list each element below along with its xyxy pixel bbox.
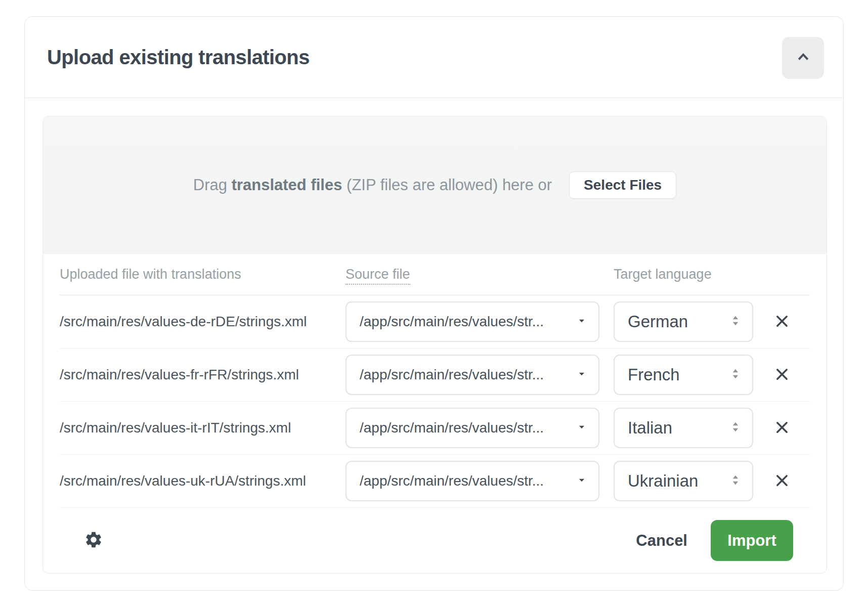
upload-panel: Drag translated files (ZIP files are all… <box>42 116 827 574</box>
chevron-up-icon <box>796 50 811 66</box>
target-language-value: German <box>628 312 688 331</box>
import-button[interactable]: Import <box>711 520 793 561</box>
dropzone-text: Drag translated files (ZIP files are all… <box>193 176 552 194</box>
file-dropzone[interactable]: Drag translated files (ZIP files are all… <box>43 116 827 254</box>
up-down-caret-icon <box>729 471 742 491</box>
uploaded-file-path: /src/main/res/values-fr-rFR/strings.xml <box>60 367 345 383</box>
table-row: /src/main/res/values-de-rDE/strings.xml … <box>60 295 810 349</box>
caret-down-icon <box>576 420 587 436</box>
caret-down-icon <box>576 314 587 330</box>
remove-row-button[interactable] <box>768 361 796 388</box>
page-title: Upload existing translations <box>47 46 310 69</box>
target-language-value: French <box>628 365 680 384</box>
target-language-select[interactable]: Ukrainian <box>614 461 753 501</box>
source-file-value: /app/src/main/res/values/str... <box>360 314 544 330</box>
translations-table: Uploaded file with translations Source f… <box>43 254 827 573</box>
column-header-uploaded-file: Uploaded file with translations <box>60 267 345 282</box>
up-down-caret-icon <box>729 365 742 384</box>
source-file-value: /app/src/main/res/values/str... <box>360 420 544 436</box>
target-language-select[interactable]: German <box>614 301 753 342</box>
source-file-select[interactable]: /app/src/main/res/values/str... <box>345 461 599 501</box>
dialog-header: Upload existing translations <box>25 17 843 98</box>
target-language-value: Ukrainian <box>628 471 698 491</box>
column-header-source-file: Source file <box>345 267 614 282</box>
cancel-button[interactable]: Cancel <box>626 527 698 555</box>
upload-translations-dialog: Upload existing translations Drag transl… <box>24 16 844 591</box>
x-icon <box>773 472 791 491</box>
table-row: /src/main/res/values-fr-rFR/strings.xml … <box>60 349 810 402</box>
x-icon <box>773 419 791 438</box>
source-file-select[interactable]: /app/src/main/res/values/str... <box>345 301 599 342</box>
x-icon <box>773 313 791 331</box>
source-file-value: /app/src/main/res/values/str... <box>360 367 544 383</box>
table-row: /src/main/res/values-uk-rUA/strings.xml … <box>60 455 810 508</box>
uploaded-file-path: /src/main/res/values-de-rDE/strings.xml <box>60 314 345 330</box>
collapse-button[interactable] <box>782 37 824 79</box>
dropzone-text-bold: translated files <box>232 176 342 194</box>
target-language-select[interactable]: French <box>614 355 753 395</box>
target-language-value: Italian <box>628 418 672 438</box>
dropzone-text-suffix: (ZIP files are allowed) here or <box>346 176 552 194</box>
gear-icon <box>84 530 103 551</box>
target-language-select[interactable]: Italian <box>614 408 753 448</box>
remove-row-button[interactable] <box>768 308 796 335</box>
up-down-caret-icon <box>729 418 742 438</box>
table-header-row: Uploaded file with translations Source f… <box>60 254 810 295</box>
source-file-value: /app/src/main/res/values/str... <box>360 473 544 489</box>
remove-row-button[interactable] <box>768 467 796 495</box>
table-row: /src/main/res/values-it-rIT/strings.xml … <box>60 402 810 455</box>
remove-row-button[interactable] <box>768 414 796 442</box>
up-down-caret-icon <box>729 312 742 331</box>
caret-down-icon <box>576 473 587 489</box>
uploaded-file-path: /src/main/res/values-it-rIT/strings.xml <box>60 420 345 436</box>
source-file-select[interactable]: /app/src/main/res/values/str... <box>345 408 599 448</box>
caret-down-icon <box>576 367 587 383</box>
column-header-target-language: Target language <box>614 267 754 282</box>
dropzone-text-prefix: Drag <box>193 176 227 194</box>
x-icon <box>773 366 791 384</box>
uploaded-file-path: /src/main/res/values-uk-rUA/strings.xml <box>60 473 345 489</box>
import-settings-button[interactable] <box>79 527 108 555</box>
dialog-footer: Cancel Import <box>60 508 810 573</box>
select-files-button[interactable]: Select Files <box>569 171 676 199</box>
source-file-select[interactable]: /app/src/main/res/values/str... <box>345 355 599 395</box>
